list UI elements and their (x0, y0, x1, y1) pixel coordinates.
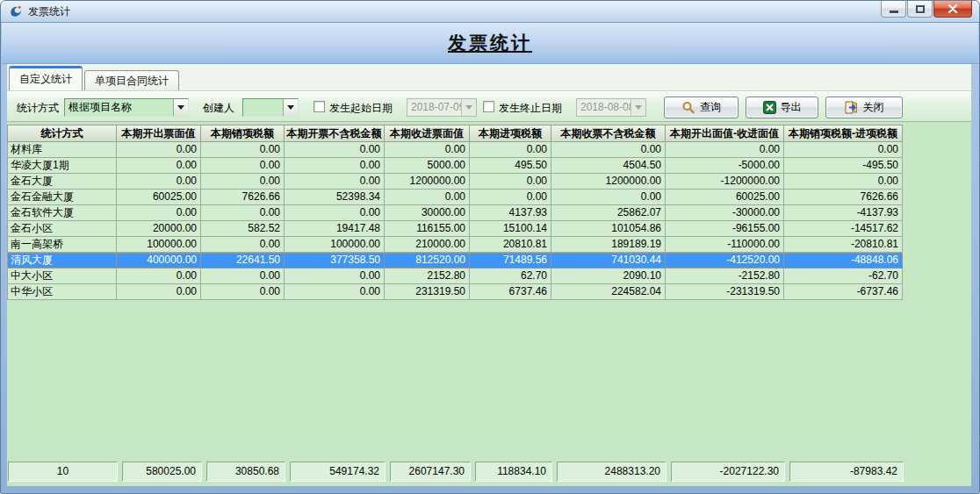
value-cell: 0.00 (201, 205, 285, 221)
value-cell: 0.00 (385, 142, 470, 158)
end-date-select[interactable]: 2018-08-08 (576, 98, 646, 117)
summary-total-cell: 118834.10 (475, 462, 552, 482)
column-header[interactable]: 本期开出票面值 (117, 125, 201, 142)
project-name-cell: 南一高架桥 (7, 237, 117, 253)
value-cell: -412520.00 (666, 253, 784, 268)
value-cell: 101054.86 (551, 221, 666, 237)
value-cell: 0.00 (551, 142, 666, 158)
page-title: 发票统计 (448, 32, 532, 53)
stat-method-value: 根据项目名称 (65, 99, 173, 116)
value-cell: 71489.56 (470, 253, 551, 268)
button-label: 查询 (700, 100, 721, 115)
value-cell: 224582.04 (551, 284, 666, 300)
column-header[interactable]: 本期开出面值-收进面值 (666, 125, 784, 142)
invoice-table-area: 统计方式本期开出票面值本期销项税额本期开票不含税金额本期收进票面值本期进项税额本… (7, 123, 971, 460)
chevron-down-icon (631, 99, 645, 116)
column-header[interactable]: 统计方式 (7, 125, 117, 142)
value-cell: 0.00 (285, 268, 385, 284)
value-cell: -62.70 (784, 268, 903, 284)
value-cell: 0.00 (285, 174, 385, 190)
value-cell: -5000.00 (666, 158, 784, 174)
button-label: 导出 (781, 100, 802, 115)
value-cell: 812520.00 (385, 253, 470, 268)
value-cell: 0.00 (201, 268, 285, 284)
end-date-checkbox[interactable] (483, 101, 494, 112)
value-cell: 52398.34 (285, 190, 385, 205)
table-row[interactable]: 中大小区0.000.000.002152.8062.702090.10-2152… (7, 268, 903, 284)
table-row[interactable]: 南一高架桥100000.000.00100000.00210000.002081… (7, 237, 903, 253)
value-cell: 100000.00 (285, 237, 385, 253)
query-button[interactable]: 查询 (664, 97, 739, 118)
value-cell: 19417.48 (285, 221, 385, 237)
search-icon (681, 101, 695, 115)
value-cell: 0.00 (201, 158, 285, 174)
table-row[interactable]: 金石大厦0.000.000.001200000.000.001200000.00… (7, 174, 903, 190)
column-header[interactable]: 本期开票不含税金额 (285, 125, 385, 142)
tab-custom-statistics[interactable]: 自定义统计 (9, 66, 83, 90)
minimize-button[interactable] (881, 1, 906, 18)
table-row[interactable]: 中华小区0.000.000.00231319.506737.46224582.0… (7, 284, 903, 300)
project-name-cell: 金石金融大厦 (7, 190, 117, 205)
value-cell: 20000.00 (117, 221, 201, 237)
value-cell: 0.00 (285, 142, 385, 158)
value-cell: 6737.46 (470, 284, 551, 300)
toolbar: 统计方式 根据项目名称 创建人 发生起始日期 2018-07-09 发生终止日期… (7, 91, 971, 122)
tab-label: 自定义统计 (19, 72, 72, 87)
chevron-down-icon[interactable] (283, 99, 298, 116)
close-form-button[interactable]: 关闭 (825, 97, 903, 118)
column-header[interactable]: 本期收票不含税金额 (551, 125, 666, 142)
table-row[interactable]: 金石小区20000.00582.5219417.48116155.0015100… (7, 221, 903, 237)
value-cell: 2152.80 (385, 268, 470, 284)
value-cell: 0.00 (470, 174, 551, 190)
project-name-cell: 金石软件大厦 (7, 205, 117, 221)
value-cell: 5000.00 (385, 158, 470, 174)
project-name-cell: 金石小区 (7, 221, 117, 237)
value-cell: 60025.00 (666, 190, 784, 205)
value-cell: 0.00 (117, 284, 201, 300)
table-row[interactable]: 金石软件大厦0.000.000.0030000.004137.9325862.0… (7, 205, 903, 221)
value-cell: 0.00 (201, 142, 285, 158)
value-cell: 4504.50 (551, 158, 666, 174)
value-cell: 0.00 (470, 142, 551, 158)
value-cell: 0.00 (285, 205, 385, 221)
table-row[interactable]: 金石金融大厦60025.007626.6652398.340.000.000.0… (7, 190, 903, 205)
export-button[interactable]: 导出 (746, 97, 818, 118)
page-header: 发票统计 (2, 23, 978, 64)
value-cell: 0.00 (666, 142, 784, 158)
value-cell: 377358.50 (285, 253, 385, 268)
value-cell: 2090.10 (551, 268, 666, 284)
value-cell: 1200000.00 (551, 174, 666, 190)
content-area: 自定义统计 单项目合同统计 统计方式 根据项目名称 创建人 发生起始日期 (7, 64, 971, 486)
tab-strip: 自定义统计 单项目合同统计 (7, 64, 971, 91)
value-cell: 495.50 (470, 158, 551, 174)
maximize-button[interactable] (907, 1, 933, 18)
summary-total-cell: -2027122.30 (671, 462, 785, 482)
table-row[interactable]: 材料库0.000.000.000.000.000.000.000.00 (7, 142, 903, 158)
start-date-checkbox[interactable] (313, 101, 325, 112)
value-cell: 7626.66 (784, 190, 903, 205)
creator-select[interactable] (242, 98, 299, 117)
stat-method-select[interactable]: 根据项目名称 (64, 98, 189, 117)
chevron-down-icon[interactable] (173, 99, 188, 116)
summary-total-cell: -87983.42 (789, 462, 904, 482)
value-cell: 116155.00 (385, 221, 470, 237)
value-cell: -231319.50 (666, 284, 784, 300)
value-cell: 62.70 (470, 268, 551, 284)
table-row[interactable]: 华凌大厦1期0.000.000.005000.00495.504504.50-5… (7, 158, 903, 174)
value-cell: -96155.00 (666, 221, 784, 237)
chevron-down-icon (461, 99, 476, 116)
app-window: 发票统计 发票统计 自定义统计 单项目合同统计 (0, 0, 980, 494)
start-date-select[interactable]: 2018-07-09 (407, 98, 477, 117)
value-cell: 0.00 (784, 142, 903, 158)
close-button[interactable] (933, 1, 972, 18)
summary-bar: 10580025.0030850.68549174.322607147.3011… (8, 462, 971, 482)
column-header[interactable]: 本期收进票面值 (385, 125, 470, 142)
column-header[interactable]: 本期销项税额 (201, 125, 285, 142)
column-header[interactable]: 本期进项税额 (470, 125, 551, 142)
value-cell: 0.00 (385, 190, 470, 205)
table-row-selected[interactable]: 清风大厦400000.0022641.50377358.50812520.007… (7, 253, 903, 268)
column-header[interactable]: 本期销项税额-进项税额 (784, 125, 903, 142)
value-cell: 189189.19 (551, 237, 666, 253)
tab-single-project-contract[interactable]: 单项目合同统计 (84, 70, 179, 90)
value-cell: 231319.50 (385, 284, 470, 300)
